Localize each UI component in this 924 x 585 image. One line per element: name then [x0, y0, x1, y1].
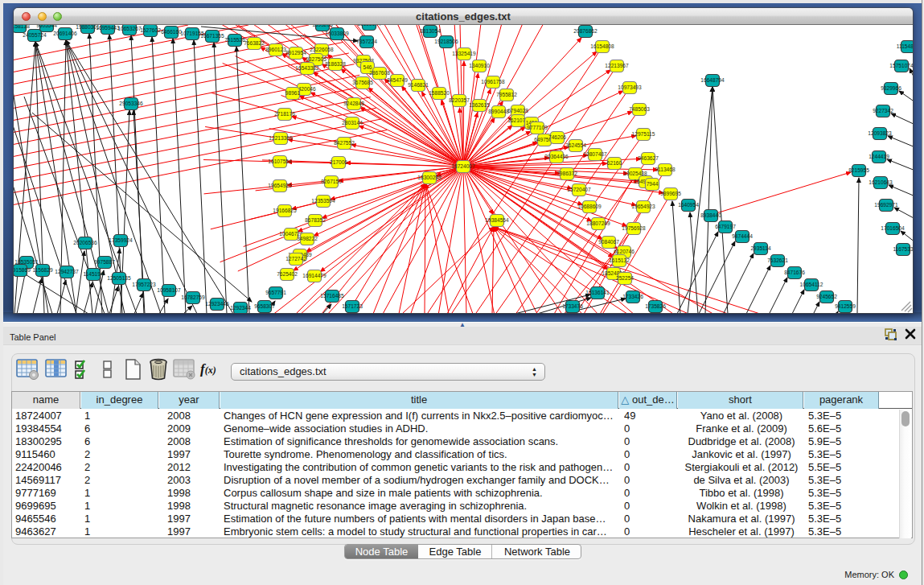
svg-text:7632621: 7632621: [767, 257, 788, 263]
svg-text:1272742: 1272742: [285, 256, 306, 262]
svg-text:7663822: 7663822: [244, 40, 265, 46]
svg-text:2803144: 2803144: [342, 120, 363, 126]
svg-text:12975115: 12975115: [632, 131, 655, 137]
svg-text:9146821: 9146821: [408, 82, 429, 88]
svg-text:23226058: 23226058: [310, 47, 334, 52]
svg-text:1588520: 1588520: [429, 90, 450, 96]
svg-text:16648794: 16648794: [700, 77, 725, 83]
svg-text:1292344: 1292344: [230, 305, 251, 311]
svg-text:1167533: 1167533: [893, 246, 913, 252]
svg-text:9329966: 9329966: [881, 85, 901, 91]
svg-text:18300295: 18300295: [417, 175, 441, 180]
svg-text:9605544: 9605544: [36, 25, 57, 28]
svg-text:19218506: 19218506: [434, 39, 458, 44]
svg-text:1156829: 1156829: [32, 267, 53, 273]
svg-text:19692971: 19692971: [874, 202, 898, 208]
svg-text:19384554: 19384554: [485, 217, 509, 223]
svg-text:8678352: 8678352: [305, 217, 326, 223]
svg-text:9084067: 9084067: [598, 239, 619, 245]
svg-text:12353594: 12353594: [311, 198, 335, 204]
svg-text:12505135: 12505135: [107, 275, 131, 281]
svg-text:16154808: 16154808: [590, 43, 614, 49]
svg-text:8186328: 8186328: [325, 61, 346, 67]
svg-text:15751074: 15751074: [889, 63, 913, 68]
svg-text:12213967: 12213967: [605, 63, 629, 68]
svg-text:7944: 7944: [647, 181, 659, 187]
svg-text:24055724: 24055724: [23, 32, 47, 38]
svg-text:9113468: 9113468: [655, 167, 676, 172]
svg-text:7625402: 7625402: [277, 271, 298, 277]
svg-text:7955812: 7955812: [496, 92, 517, 97]
svg-text:12213369: 12213369: [269, 135, 293, 141]
svg-text:19166825: 19166825: [273, 208, 297, 213]
svg-text:18724007: 18724007: [451, 163, 475, 169]
svg-text:8471676: 8471676: [784, 270, 805, 275]
svg-text:9474444: 9474444: [732, 233, 753, 239]
svg-text:16671355: 16671355: [200, 33, 224, 39]
svg-text:252254: 252254: [616, 275, 634, 281]
svg-text:98961: 98961: [285, 90, 301, 96]
svg-text:1733476: 1733476: [562, 303, 583, 309]
svg-text:9327505: 9327505: [306, 56, 326, 62]
svg-text:16914479: 16914479: [302, 273, 326, 278]
svg-text:17957223: 17957223: [132, 282, 156, 287]
svg-text:8960123: 8960123: [265, 47, 286, 52]
svg-text:6120746: 6120746: [614, 249, 634, 254]
svg-text:10654112: 10654112: [800, 282, 823, 287]
svg-text:9657791: 9657791: [265, 290, 286, 295]
svg-text:19654925: 19654925: [268, 183, 292, 188]
svg-text:9412559: 9412559: [835, 303, 856, 309]
svg-text:2718176: 2718176: [274, 111, 295, 117]
svg-text:15136141: 15136141: [585, 290, 610, 295]
svg-text:16033809: 16033809: [325, 31, 349, 36]
svg-text:16782759: 16782759: [181, 295, 205, 300]
svg-text:10807487: 10807487: [583, 151, 607, 157]
svg-text:1640954: 1640954: [678, 202, 699, 208]
svg-text:18633674: 18633674: [357, 25, 381, 27]
svg-text:3624554: 3624554: [565, 142, 586, 148]
svg-text:7485063: 7485063: [629, 106, 650, 112]
svg-text:16959443: 16959443: [96, 25, 120, 31]
svg-text:3498222: 3498222: [297, 236, 318, 241]
svg-text:16210643: 16210643: [869, 179, 893, 185]
svg-text:2935114: 2935114: [750, 245, 771, 251]
svg-text:1893206: 1893206: [312, 25, 333, 27]
svg-text:17359924: 17359924: [109, 237, 133, 243]
svg-text:9658307: 9658307: [254, 303, 275, 309]
svg-text:8215955: 8215955: [848, 167, 869, 173]
svg-text:1615132: 1615132: [609, 257, 630, 263]
svg-text:9463627: 9463627: [638, 155, 659, 161]
svg-text:8813054: 8813054: [420, 28, 441, 34]
svg-text:9777109: 9777109: [527, 125, 548, 130]
svg-text:6466160: 6466160: [161, 29, 182, 35]
svg-text:1571723: 1571723: [342, 303, 363, 309]
svg-text:6794028: 6794028: [507, 108, 528, 113]
svg-text:746206: 746206: [548, 134, 566, 140]
svg-text:7357224: 7357224: [356, 39, 377, 44]
svg-text:1733426: 1733426: [622, 294, 643, 299]
svg-text:10958107: 10958107: [157, 287, 181, 293]
svg-text:1362615: 1362615: [469, 102, 490, 108]
svg-text:11154808: 11154808: [897, 43, 913, 49]
svg-text:18807249: 18807249: [586, 220, 610, 226]
svg-text:20876862: 20876862: [573, 28, 598, 34]
svg-text:8912954: 8912954: [285, 50, 306, 56]
svg-text:2158138: 2158138: [14, 25, 30, 29]
svg-text:9975887: 9975887: [94, 259, 115, 265]
svg-text:62160: 62160: [607, 160, 622, 166]
svg-text:1145194: 1145194: [83, 271, 104, 277]
svg-text:10973493: 10973493: [618, 84, 642, 90]
svg-text:15716485: 15716485: [320, 293, 344, 299]
svg-text:19756928: 19756928: [622, 225, 646, 231]
svg-text:16107554: 16107554: [268, 159, 292, 164]
svg-text:8990448: 8990448: [488, 109, 509, 114]
svg-text:3915869: 3915869: [14, 267, 31, 273]
svg-text:7986372: 7986372: [556, 171, 577, 176]
svg-text:12942737: 12942737: [55, 269, 79, 274]
svg-text:16543382: 16543382: [295, 65, 319, 71]
svg-text:3675685: 3675685: [352, 80, 373, 85]
svg-text:9899695: 9899695: [660, 191, 681, 196]
svg-text:9227342: 9227342: [873, 108, 893, 113]
svg-text:8938440: 8938440: [700, 212, 721, 218]
svg-text:7515526: 7515526: [224, 37, 245, 43]
